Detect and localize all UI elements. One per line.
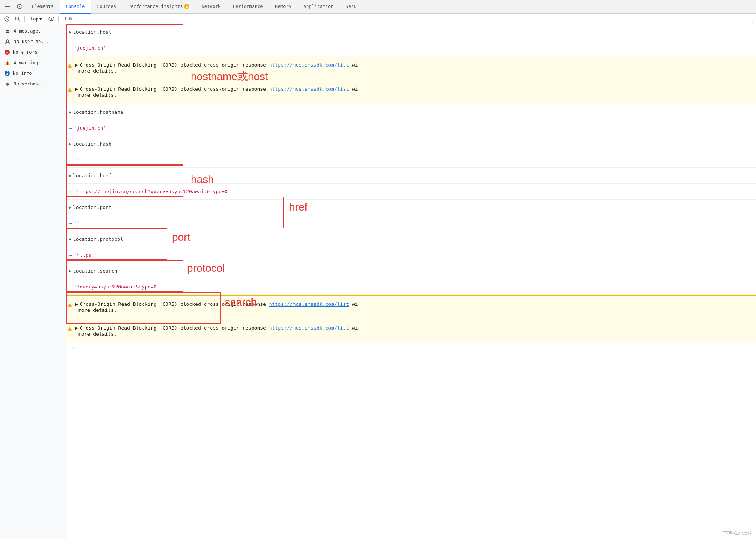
row-text: 'juejin.cn' bbox=[74, 45, 106, 51]
warning-icon-row4 bbox=[68, 325, 74, 331]
row-text: location.protocol bbox=[73, 236, 123, 242]
console-row: ← 'https:' bbox=[66, 247, 756, 263]
row-text: location.href bbox=[73, 173, 112, 178]
console-content: hostname或host hash href port protocol se… bbox=[66, 24, 756, 539]
expand-arrow5[interactable]: ▶ bbox=[69, 173, 71, 178]
svg-point-11 bbox=[6, 40, 9, 42]
filter-icon-button[interactable] bbox=[14, 15, 21, 23]
tab-console[interactable]: Console bbox=[60, 0, 91, 14]
sidebar-item-errors[interactable]: ✕ No errors bbox=[0, 47, 66, 57]
sidebar-item-warnings[interactable]: 4 warnings bbox=[0, 57, 66, 68]
corb-link2[interactable]: https://mcs.snssdk.com/list bbox=[269, 86, 349, 92]
svg-point-7 bbox=[15, 17, 19, 20]
sidebar-item-verbose[interactable]: ⚙ No verbose bbox=[0, 79, 66, 89]
tab-icon-left1[interactable] bbox=[2, 0, 14, 14]
row-detail4: more details. bbox=[68, 331, 117, 337]
performance-insights-badge: ▲ bbox=[184, 4, 189, 9]
expand-arrow4[interactable]: ▶ bbox=[69, 142, 71, 146]
console-row: ← '' bbox=[66, 152, 756, 168]
row-text: 'https://juejin.cn/search?query=async%20… bbox=[74, 189, 231, 194]
chevron-down-icon: ▼ bbox=[39, 16, 42, 22]
svg-rect-2 bbox=[5, 8, 10, 8]
context-dropdown[interactable]: top ▼ bbox=[28, 15, 45, 23]
sidebar-item-user[interactable]: No user me... bbox=[0, 36, 66, 47]
svg-point-10 bbox=[51, 18, 52, 20]
clear-console-button[interactable] bbox=[3, 15, 11, 23]
tab-icon-inspect[interactable] bbox=[14, 0, 26, 14]
console-toolbar: top ▼ bbox=[0, 14, 756, 24]
row-text: location.host bbox=[73, 29, 112, 35]
main-layout: ≡ 4 messages No user me... ✕ No errors 4… bbox=[0, 24, 756, 539]
row-detail: more details. bbox=[68, 68, 117, 74]
row-detail2: more details. bbox=[68, 92, 117, 98]
console-row: ▶ location.port bbox=[66, 200, 756, 215]
messages-icon: ≡ bbox=[5, 28, 11, 34]
console-row: ▶ location.protocol bbox=[66, 231, 756, 247]
console-row-warning: ▶ Cross-Origin Read Blocking (CORB) bloc… bbox=[66, 80, 756, 104]
console-row: ▶ location.hash bbox=[66, 136, 756, 152]
svg-line-8 bbox=[18, 20, 20, 21]
result-arrow: ← bbox=[69, 45, 72, 51]
row-text: 'https:' bbox=[74, 252, 98, 258]
result-arrow7: ← bbox=[69, 284, 72, 290]
console-row-warning4: ▶ Cross-Origin Read Blocking (CORB) bloc… bbox=[66, 319, 756, 343]
corb-link[interactable]: https://mcs.snssdk.com/list bbox=[269, 62, 349, 68]
console-row: ▶ location.host bbox=[66, 24, 756, 40]
eye-icon-button[interactable] bbox=[48, 15, 55, 23]
row-text: location.hash bbox=[73, 141, 112, 147]
warning-icon-row3 bbox=[68, 302, 74, 307]
tab-performance[interactable]: Performance bbox=[227, 0, 269, 14]
row-text: location.search bbox=[73, 268, 117, 274]
expand-arrow[interactable]: ▶ bbox=[69, 30, 71, 34]
console-row-warning3: ▶ Cross-Origin Read Blocking (CORB) bloc… bbox=[66, 295, 756, 319]
row-text: Cross-Origin Read Blocking (CORB) blocke… bbox=[80, 325, 358, 331]
result-arrow5: ← bbox=[69, 220, 72, 226]
svg-line-6 bbox=[6, 18, 8, 20]
row-text: location.hostname bbox=[73, 109, 123, 115]
prompt-caret: › bbox=[72, 344, 75, 350]
expand-arrow-warn4[interactable]: ▶ bbox=[75, 325, 78, 331]
row-detail3: more details. bbox=[68, 307, 117, 313]
expand-arrow-warn3[interactable]: ▶ bbox=[75, 301, 78, 307]
svg-rect-1 bbox=[5, 6, 10, 7]
console-row: ▶ location.hostname bbox=[66, 104, 756, 120]
console-prompt-row: › bbox=[66, 343, 756, 352]
tab-bar: Elements Console Sources Performance ins… bbox=[0, 0, 756, 14]
tab-sources[interactable]: Sources bbox=[91, 0, 122, 14]
expand-arrow6[interactable]: ▶ bbox=[69, 205, 71, 209]
expand-arrow-warn1[interactable]: ▶ bbox=[75, 62, 78, 68]
tab-elements[interactable]: Elements bbox=[26, 0, 60, 14]
corb-link4[interactable]: https://mcs.snssdk.com/list bbox=[269, 325, 349, 331]
console-row: ← '?query=async%20await&type=0' bbox=[66, 279, 756, 295]
expand-arrow3[interactable]: ▶ bbox=[69, 110, 71, 114]
expand-arrow7[interactable]: ▶ bbox=[69, 237, 71, 241]
error-icon: ✕ bbox=[5, 50, 10, 55]
row-text: '' bbox=[74, 157, 80, 163]
sidebar: ≡ 4 messages No user me... ✕ No errors 4… bbox=[0, 24, 66, 539]
gear-icon: ⚙ bbox=[5, 81, 11, 87]
tab-network[interactable]: Network bbox=[195, 0, 227, 14]
row-text: '' bbox=[74, 220, 80, 226]
row-text: 'juejin.cn' bbox=[74, 125, 106, 131]
warning-icon-row2 bbox=[68, 87, 74, 92]
expand-arrow-warn2[interactable]: ▶ bbox=[75, 86, 78, 92]
tab-performance-insights[interactable]: Performance insights ▲ bbox=[122, 0, 196, 14]
result-arrow3: ← bbox=[69, 157, 72, 163]
svg-rect-0 bbox=[5, 5, 10, 5]
expand-arrow8[interactable]: ▶ bbox=[69, 269, 71, 273]
sidebar-item-info[interactable]: i No info bbox=[0, 68, 66, 79]
console-row-warning: ▶ Cross-Origin Read Blocking (CORB) bloc… bbox=[66, 56, 756, 80]
filter-input[interactable] bbox=[62, 15, 753, 23]
console-row: ▶ location.search bbox=[66, 263, 756, 279]
console-row: ← 'https://juejin.cn/search?query=async%… bbox=[66, 184, 756, 200]
sidebar-item-messages[interactable]: ≡ 4 messages bbox=[0, 26, 66, 36]
tab-memory[interactable]: Memory bbox=[269, 0, 297, 14]
row-text: Cross-Origin Read Blocking (CORB) blocke… bbox=[80, 301, 358, 307]
console-row: ▶ location.href bbox=[66, 168, 756, 184]
tab-application[interactable]: Application bbox=[297, 0, 339, 14]
row-text: Cross-Origin Read Blocking (CORB) blocke… bbox=[80, 86, 358, 92]
corb-link3[interactable]: https://mcs.snssdk.com/list bbox=[269, 301, 349, 307]
warning-icon-row bbox=[68, 62, 74, 68]
result-arrow4: ← bbox=[69, 189, 72, 194]
tab-secu[interactable]: Secu bbox=[339, 0, 363, 14]
